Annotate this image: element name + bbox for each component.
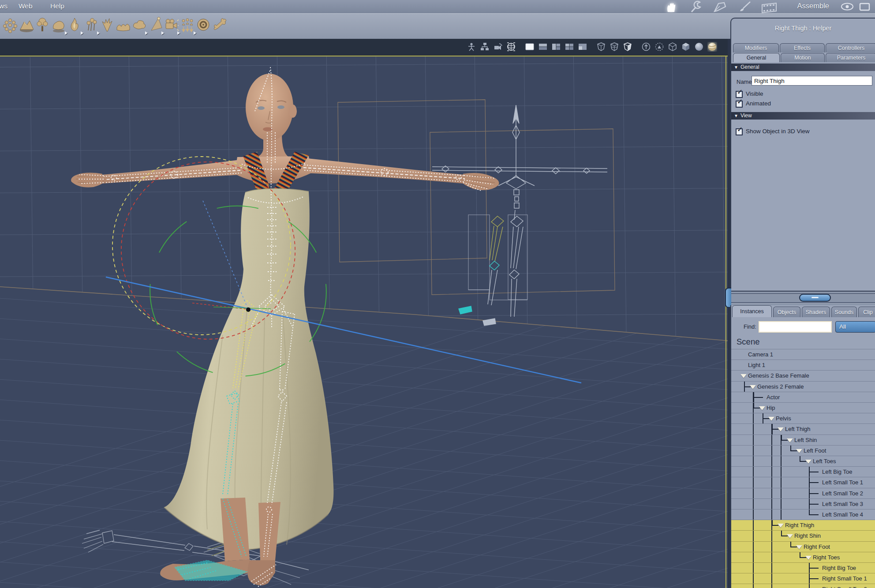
- crowd-tool-icon[interactable]: [180, 16, 195, 36]
- expand-triangle-icon[interactable]: [750, 385, 756, 389]
- inspector-tab-effects[interactable]: Effects: [780, 43, 825, 52]
- menu-item-windows[interactable]: ws: [0, 2, 7, 10]
- browser-tab-objects[interactable]: Objects: [773, 307, 800, 317]
- tree-tool-icon[interactable]: [35, 16, 50, 36]
- tree-row-hip[interactable]: Hip: [731, 403, 875, 413]
- section-header-general[interactable]: ▼General: [731, 64, 875, 71]
- tree-row-right-toes[interactable]: Right Toes: [731, 552, 875, 563]
- tree-row-right-thigh[interactable]: Right Thigh: [731, 520, 875, 531]
- spline-icon[interactable]: [712, 0, 731, 15]
- expand-triangle-icon[interactable]: [778, 427, 784, 431]
- flowers-tool-icon[interactable]: [83, 16, 98, 36]
- tree-row-left-small-toe-1[interactable]: Left Small Toe 1: [731, 477, 875, 488]
- browser-tab-instances[interactable]: Instances: [732, 305, 772, 317]
- fire-tool-icon[interactable]: [67, 16, 82, 36]
- browser-tab-shaders[interactable]: Shaders: [802, 307, 830, 317]
- shield-lines-icon[interactable]: [610, 42, 620, 52]
- shield-solid-icon[interactable]: [623, 42, 633, 52]
- tree-row-light-1[interactable]: Light 1: [731, 360, 875, 371]
- camera-tool-icon[interactable]: [164, 16, 179, 36]
- tree-row-left-shin[interactable]: Left Shin: [731, 435, 875, 446]
- expand-triangle-icon[interactable]: [805, 556, 811, 560]
- pane-corner-icon[interactable]: [578, 42, 588, 52]
- flat-cube-icon[interactable]: [681, 42, 692, 52]
- checkbox-box[interactable]: ✓: [736, 91, 743, 98]
- expand-triangle-icon[interactable]: [768, 417, 774, 421]
- browser-tab-clip[interactable]: Clip: [858, 307, 875, 317]
- expand-triangle-icon[interactable]: [740, 374, 747, 378]
- expand-triangle-icon[interactable]: [805, 460, 811, 464]
- find-input[interactable]: [759, 321, 832, 333]
- tree-row-left-thigh[interactable]: Left Thigh: [731, 424, 875, 434]
- spot-light-tool-icon[interactable]: [148, 16, 163, 36]
- bone-tool-icon[interactable]: [212, 16, 227, 36]
- expand-triangle-icon[interactable]: [796, 449, 802, 453]
- tree-row-right-small-toe-1[interactable]: Right Small Toe 1: [731, 573, 875, 584]
- figure-icon[interactable]: [467, 42, 477, 52]
- expand-triangle-icon[interactable]: [759, 406, 765, 410]
- tree-row-right-foot[interactable]: Right Foot: [731, 542, 875, 552]
- gizmo-center-point[interactable]: [246, 307, 251, 312]
- expand-triangle-icon[interactable]: [778, 524, 784, 528]
- tree-row-right-big-toe[interactable]: Right Big Toe: [731, 563, 875, 573]
- wrench-icon[interactable]: [688, 0, 705, 15]
- point-sphere-icon[interactable]: [654, 42, 665, 52]
- terrain-tool-icon[interactable]: [19, 16, 34, 36]
- particle-emitter-tool-icon[interactable]: [3, 16, 18, 36]
- inspector-tab-parameters[interactable]: Parameters: [826, 53, 875, 62]
- tree-row-pelvis[interactable]: Pelvis: [731, 413, 875, 424]
- plant-tool-icon[interactable]: [99, 16, 114, 36]
- checkbox-animated[interactable]: ✓Animated: [736, 100, 868, 108]
- tree-row-genesis-2-base-female[interactable]: Genesis 2 Base Female: [731, 371, 875, 381]
- camera-pan-icon[interactable]: [493, 42, 504, 52]
- target-tool-icon[interactable]: [196, 16, 211, 36]
- inspector-tab-modifiers[interactable]: Modifiers: [733, 43, 779, 52]
- cloud-tool-icon[interactable]: [131, 16, 146, 36]
- checkbox-box[interactable]: ✓: [736, 128, 743, 135]
- window-icon[interactable]: [858, 1, 871, 14]
- browser-tab-sounds[interactable]: Sounds: [831, 307, 857, 317]
- tree-row-genesis-2-female[interactable]: Genesis 2 Female: [731, 382, 875, 392]
- texture-sphere-icon[interactable]: [707, 42, 718, 52]
- expand-triangle-icon[interactable]: [787, 438, 793, 442]
- tree-row-right-small-toe-2[interactable]: Right Small Toe 2: [731, 584, 875, 588]
- inspector-tab-general[interactable]: General: [733, 53, 780, 62]
- name-input[interactable]: [752, 76, 872, 86]
- tree-row-left-small-toe-4[interactable]: Left Small Toe 4: [731, 509, 875, 520]
- checkbox-visible[interactable]: ✓Visible: [736, 90, 868, 98]
- pane-two-icon[interactable]: [538, 42, 549, 52]
- tree-row-right-shin[interactable]: Right Shin: [731, 531, 875, 541]
- menu-item-web[interactable]: Web: [19, 2, 33, 10]
- tree-row-left-small-toe-2[interactable]: Left Small Toe 2: [731, 488, 875, 499]
- hand-icon[interactable]: [663, 0, 681, 15]
- tree-row-left-foot[interactable]: Left Foot: [731, 446, 875, 456]
- viewport-background[interactable]: [0, 56, 731, 588]
- expand-triangle-icon[interactable]: [796, 545, 802, 549]
- tree-row-left-toes[interactable]: Left Toes: [731, 456, 875, 467]
- wire-cube-icon[interactable]: [668, 42, 678, 52]
- 3d-viewport[interactable]: [0, 39, 731, 588]
- panel-splitter[interactable]: [730, 292, 875, 305]
- checkbox-show-object-in-3d-view[interactable]: ✓Show Object in 3D View: [736, 128, 868, 136]
- tree-row-actor[interactable]: Actor: [731, 392, 875, 403]
- brush-icon[interactable]: [736, 0, 754, 15]
- rock-tool-icon[interactable]: [51, 16, 66, 36]
- pane-four-icon[interactable]: [565, 42, 575, 52]
- smooth-sphere-icon[interactable]: [694, 42, 705, 52]
- tree-row-camera-1[interactable]: Camera 1: [731, 349, 875, 360]
- tree-row-left-big-toe[interactable]: Left Big Toe: [731, 467, 875, 477]
- menu-item-help[interactable]: Help: [50, 2, 64, 10]
- checkbox-box[interactable]: ✓: [736, 101, 743, 108]
- section-header-view[interactable]: ▼View: [731, 112, 875, 120]
- shield-wire-icon[interactable]: [596, 42, 607, 52]
- eye-icon[interactable]: [840, 1, 855, 14]
- pane-single-icon[interactable]: [525, 42, 535, 52]
- gyroscope-icon[interactable]: [506, 42, 517, 52]
- tree-row-left-small-toe-3[interactable]: Left Small Toe 3: [731, 499, 875, 509]
- hierarchy-icon[interactable]: [480, 42, 490, 52]
- expand-triangle-icon[interactable]: [787, 534, 793, 538]
- nav-sphere-icon[interactable]: [641, 42, 652, 52]
- filter-dropdown[interactable]: All: [835, 321, 875, 333]
- ocean-tool-icon[interactable]: [116, 16, 131, 36]
- inspector-tab-controllers[interactable]: Controllers: [826, 43, 875, 52]
